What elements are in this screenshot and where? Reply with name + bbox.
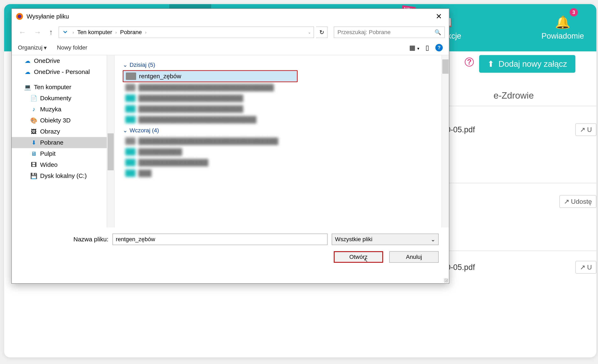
image-thumb-icon <box>125 159 135 166</box>
file-item-name: ███ <box>138 170 151 177</box>
group-yesterday[interactable]: ⌄Wczoraj (4) <box>123 125 441 136</box>
notif-count: 3 <box>570 8 578 16</box>
file-list: ⌄Dzisiaj (5) rentgen_zębów █████████████… <box>115 55 449 227</box>
view-icons-button[interactable]: ▦ ▾ <box>409 44 419 52</box>
search-box[interactable]: 🔍 <box>334 26 445 38</box>
history-dropdown[interactable]: ⌄ <box>305 30 314 34</box>
file-item-name: ████████████████████████ <box>138 105 243 112</box>
download-icon <box>61 28 69 36</box>
music-icon: ♪ <box>30 106 37 113</box>
sidebar-item-this-pc[interactable]: 💻Ten komputer <box>12 81 114 93</box>
sidebar-item-videos[interactable]: 🎞Wideo <box>12 159 114 170</box>
chevron-icon: › <box>144 30 148 35</box>
sidebar-scrollbar[interactable] <box>107 55 114 227</box>
help-icon[interactable]: ? <box>465 57 474 66</box>
nav-item-powiadomienia[interactable]: 🔔3Powiadomie <box>535 4 590 51</box>
file-item[interactable]: ████████████████████████ <box>123 93 441 104</box>
cube-icon: 🎨 <box>30 117 37 124</box>
file-item[interactable]: ████████████████ <box>123 157 441 168</box>
file-item-name: ████████████████████████ <box>138 95 243 102</box>
up-button[interactable]: ↑ <box>46 28 56 37</box>
svg-point-3 <box>18 15 21 18</box>
ezdrowie-tab-title[interactable]: e-Zdrowie <box>494 90 534 101</box>
file-row: ↗ Udostę <box>446 191 596 212</box>
filetype-select[interactable]: Wszystkie pliki⌄ <box>332 234 439 245</box>
file-item[interactable]: ████████████████████████ <box>123 104 441 114</box>
share-button[interactable]: ↗ U <box>575 123 596 136</box>
file-item[interactable]: ████████████████████████████████ <box>123 136 441 146</box>
breadcrumb-item[interactable]: Ten komputer <box>75 29 114 36</box>
sidebar-item-documents[interactable]: 📄Dokumenty <box>12 93 114 104</box>
help-button[interactable]: ? <box>435 44 443 51</box>
app-window: Med file ® 📋Wizyty 📅Kalendarz 👥Pacjenci … <box>4 4 596 357</box>
filename-input[interactable] <box>112 234 328 245</box>
file-item[interactable]: ██████████ <box>123 146 441 157</box>
filename-label: Nazwa pliku: <box>73 236 108 243</box>
sidebar-item-desktop[interactable]: 🖥Pulpit <box>12 148 114 159</box>
upload-icon: ⬆ <box>487 59 494 69</box>
preview-pane-button[interactable]: ▯ <box>425 44 429 52</box>
file-row: 0-05.pdf ↗ U <box>446 257 596 278</box>
forward-button[interactable]: → <box>31 28 44 37</box>
breadcrumb-bar[interactable]: › Ten komputer › Pobrane › ⌄ <box>58 26 314 38</box>
image-thumb-icon <box>125 84 135 91</box>
file-item-name: ████████████████ <box>138 159 208 166</box>
cloud-icon: ☁ <box>24 57 31 64</box>
file-name: 0-05.pdf <box>446 263 475 272</box>
dialog-title-bar: Wysyłanie pliku ✕ <box>12 9 449 24</box>
sidebar-item-onedrive[interactable]: ☁OneDrive <box>12 55 114 66</box>
file-item-name: ████████████████████████████████ <box>138 138 278 145</box>
new-folder-button[interactable]: Nowy folder <box>57 44 87 51</box>
file-item-name: rentgen_zębów <box>139 73 181 80</box>
dialog-body: ☁OneDrive ☁OneDrive - Personal 💻Ten komp… <box>12 55 449 227</box>
file-item[interactable]: ███ <box>123 168 441 178</box>
share-button[interactable]: ↗ U <box>575 261 596 274</box>
sidebar-item-music[interactable]: ♪Muzyka <box>12 104 114 115</box>
chevron-down-icon: ▾ <box>44 44 47 51</box>
filename-row: Nazwa pliku: Wszystkie pliki⌄ <box>22 234 439 245</box>
add-attachment-button[interactable]: ⬆ Dodaj nowy załącz <box>479 55 575 73</box>
sidebar-item-onedrive-personal[interactable]: ☁OneDrive - Personal <box>12 66 114 77</box>
dialog-toolbar: Organizuj ▾ Nowy folder ▦ ▾ ▯ ? <box>12 40 449 55</box>
sidebar-item-3d[interactable]: 🎨Obiekty 3D <box>12 115 114 126</box>
file-item[interactable]: ███████████████████████████ <box>123 114 441 125</box>
chevron-icon: › <box>71 30 75 35</box>
image-thumb-icon <box>125 116 135 123</box>
cancel-button[interactable]: Anuluj <box>389 251 439 263</box>
image-thumb-icon <box>125 170 135 177</box>
image-thumb-icon <box>125 148 135 155</box>
file-item-selected[interactable]: rentgen_zębów <box>123 70 298 82</box>
pc-icon: 💻 <box>24 84 31 91</box>
button-row: Otwórz↖ Anuluj <box>22 251 439 263</box>
close-button[interactable]: ✕ <box>433 11 445 22</box>
video-icon: 🎞 <box>30 161 37 168</box>
chevron-icon: › <box>114 30 118 35</box>
file-open-dialog: Wysyłanie pliku ✕ ← → ↑ › Ten komputer ›… <box>11 8 449 284</box>
sidebar-item-downloads[interactable]: ⬇Pobrane <box>12 137 114 148</box>
back-button[interactable]: ← <box>16 28 29 37</box>
add-attachment-label: Dodaj nowy załącz <box>498 59 567 69</box>
image-thumb-icon <box>125 95 135 102</box>
breadcrumb-item[interactable]: Pobrane <box>118 29 144 36</box>
organize-menu[interactable]: Organizuj ▾ <box>18 44 47 51</box>
documents-icon: 📄 <box>30 95 37 102</box>
sidebar-item-pictures[interactable]: 🖼Obrazy <box>12 126 114 137</box>
file-item-name: ███████████████████████████████ <box>138 84 274 91</box>
firefox-icon <box>16 13 23 20</box>
dialog-title: Wysyłanie pliku <box>26 13 69 20</box>
search-input[interactable] <box>337 29 434 36</box>
resize-grip[interactable] <box>444 278 448 283</box>
chevron-down-icon: ⌄ <box>123 61 127 68</box>
bell-icon: 🔔 <box>555 15 570 30</box>
open-button[interactable]: Otwórz↖ <box>334 251 383 263</box>
filelist-scrollbar[interactable] <box>441 55 449 227</box>
file-item-name: ███████████████████████████ <box>138 116 257 123</box>
desktop-icon: 🖥 <box>30 150 37 157</box>
sidebar-item-local-disk[interactable]: 💾Dysk lokalny (C:) <box>12 170 114 181</box>
chevron-down-icon: ⌄ <box>431 236 435 243</box>
group-today[interactable]: ⌄Dzisiaj (5) <box>123 59 441 70</box>
refresh-button[interactable]: ↻ <box>316 26 328 38</box>
file-item[interactable]: ███████████████████████████████ <box>123 82 441 93</box>
file-item-name: ██████████ <box>138 148 182 155</box>
share-button[interactable]: ↗ Udostę <box>559 195 596 208</box>
